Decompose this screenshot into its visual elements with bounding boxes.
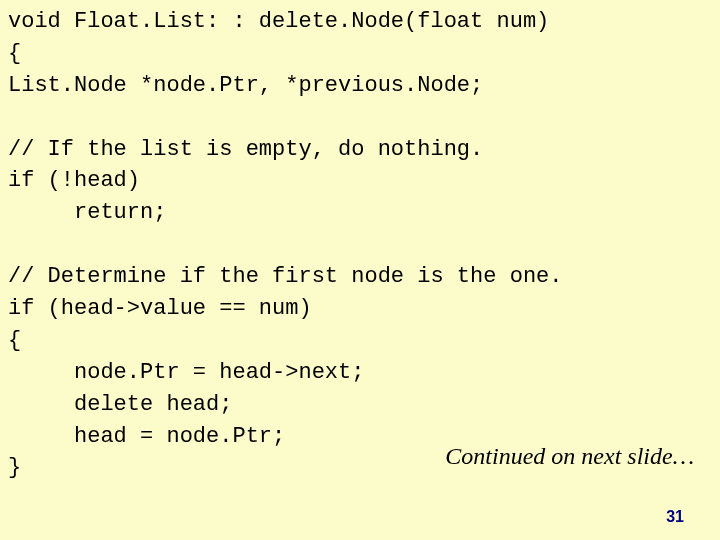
- code-block: void Float.List: : delete.Node(float num…: [0, 0, 720, 484]
- page-number: 31: [666, 508, 684, 526]
- continued-label: Continued on next slide…: [445, 443, 694, 470]
